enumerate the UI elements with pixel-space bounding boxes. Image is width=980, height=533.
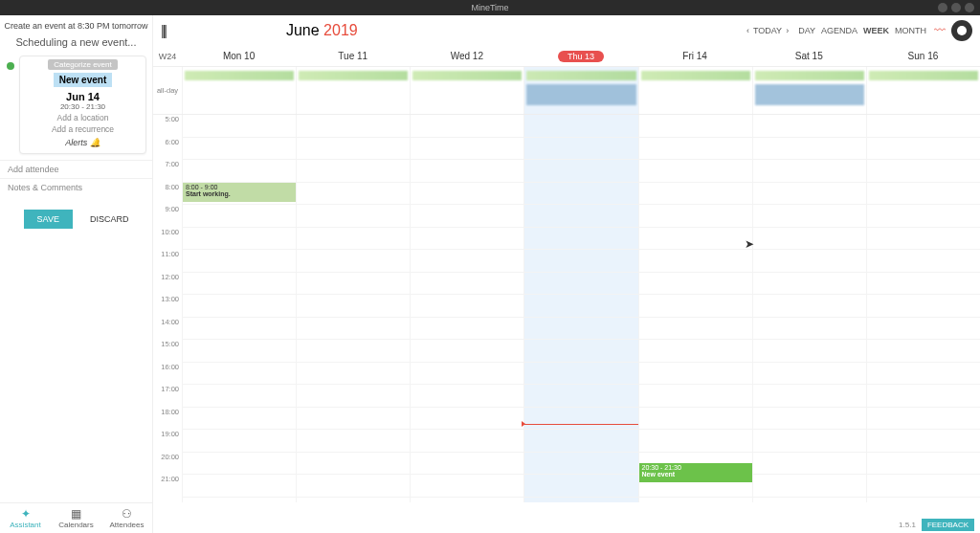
day-column-wed[interactable] [410,115,523,502]
day-header[interactable]: Tue 11 [296,51,410,61]
time-label: 12:00 [153,273,182,296]
event-time[interactable]: 20:30 - 21:30 [20,102,145,111]
tab-assistant[interactable]: ✦Assistant [0,503,51,533]
time-label: 17:00 [153,385,182,408]
add-recurrence[interactable]: Add a recurrence [20,124,145,134]
view-week[interactable]: WEEK [863,26,889,35]
time-label: 9:00 [153,205,182,228]
time-label: 13:00 [153,295,182,318]
time-label: 8:00 [153,183,182,206]
day-column-thu[interactable] [523,115,637,502]
day-column-sat[interactable] [752,115,866,502]
day-header-today[interactable]: Thu 13 [523,51,637,61]
tab-attendees[interactable]: ⚇Attendees [101,503,152,533]
view-day[interactable]: DAY [798,26,815,35]
allday-cell[interactable] [523,67,637,114]
time-gutter: 5:006:007:008:009:0010:0011:0012:0013:00… [153,115,182,502]
event-card: Categorize event New event Jun 14 20:30 … [19,56,146,154]
add-location[interactable]: Add a location [20,113,145,122]
time-label: 5:00 [153,115,182,138]
day-column-fri[interactable]: 20:30 - 21:30New event [638,115,752,502]
allday-cell[interactable] [638,67,752,114]
day-header[interactable]: Sun 16 [866,51,980,61]
allday-cell[interactable] [296,67,410,114]
week-grid: 5:006:007:008:009:0010:0011:0012:0013:00… [153,115,980,502]
alerts-button[interactable]: Alerts 🔔 [20,138,145,147]
feedback-button[interactable]: FEEDBACK [922,519,974,531]
notes-comments[interactable]: Notes & Comments [0,178,152,196]
bell-icon: 🔔 [90,138,100,147]
view-month[interactable]: MONTH [895,26,926,35]
time-label: 15:00 [153,340,182,363]
calendar-event[interactable]: 8:00 - 9:00Start working. [183,183,296,202]
view-agenda[interactable]: AGENDA [821,26,858,35]
allday-cell[interactable] [866,67,980,114]
sidebar: Create an event at 8:30 PM tomorrow Sche… [0,15,153,533]
allday-row: all-day [153,67,980,115]
time-label: 10:00 [153,228,182,251]
save-button[interactable]: SAVE [24,210,73,229]
calendar-event-new[interactable]: 20:30 - 21:30New event [639,463,752,482]
day-header[interactable]: Wed 12 [410,51,523,61]
topbar: ||| June 2019 ‹ TODAY › DAY AGENDA WEEK … [153,15,980,46]
attendees-icon: ⚇ [101,507,152,521]
event-title-input[interactable]: New event [54,73,112,87]
event-date[interactable]: Jun 14 [20,91,145,102]
sidebar-tabs: ✦Assistant ▦Calendars ⚇Attendees [0,502,152,533]
time-label: 16:00 [153,363,182,386]
day-header[interactable]: Mon 10 [182,51,296,61]
day-column-sun[interactable] [866,115,980,502]
analytics-icon[interactable]: 〰 [934,24,946,37]
time-label: 7:00 [153,160,182,183]
day-column-tue[interactable] [296,115,410,502]
day-header[interactable]: Sat 15 [752,51,866,61]
next-button[interactable]: › [786,26,789,35]
allday-label: all-day [153,67,182,114]
time-label: 21:00 [153,475,182,498]
window-title: MineTime [471,3,508,12]
allday-cell[interactable] [752,67,866,114]
time-label: 6:00 [153,138,182,161]
categorize-button[interactable]: Categorize event [48,59,117,70]
window-controls[interactable] [938,3,974,12]
calendar-color-dot[interactable] [7,62,14,70]
allday-cell[interactable] [182,67,296,114]
add-attendee[interactable]: Add attendee [0,160,152,178]
week-number: W24 [153,52,182,61]
time-label: 19:00 [153,430,182,453]
time-label: 11:00 [153,250,182,273]
day-header[interactable]: Fri 14 [638,51,752,61]
calendar-icon: ▦ [51,507,101,521]
discard-button[interactable]: DISCARD [90,210,129,229]
today-button[interactable]: TODAY [753,26,782,35]
day-header-row: W24 Mon 10 Tue 11 Wed 12 Thu 13 Fri 14 S… [153,46,980,67]
tab-calendars[interactable]: ▦Calendars [51,503,101,533]
day-column-mon[interactable]: 8:00 - 9:00Start working. [182,115,296,502]
version-label: 1.5.1 [899,521,916,529]
scheduling-status: Scheduling a new event... [0,34,152,56]
menu-icon[interactable]: ||| [161,23,166,38]
time-label: 14:00 [153,318,182,341]
avatar[interactable] [951,20,972,41]
view-switcher: DAY AGENDA WEEK MONTH [798,26,926,35]
prev-button[interactable]: ‹ [746,26,749,35]
nlp-hint[interactable]: Create an event at 8:30 PM tomorrow [0,15,152,34]
assistant-icon: ✦ [0,507,51,521]
allday-cell[interactable] [410,67,523,114]
month-label: June 2019 [286,22,358,39]
main: ||| June 2019 ‹ TODAY › DAY AGENDA WEEK … [153,15,980,533]
time-label: 20:00 [153,453,182,476]
time-label: 18:00 [153,408,182,431]
